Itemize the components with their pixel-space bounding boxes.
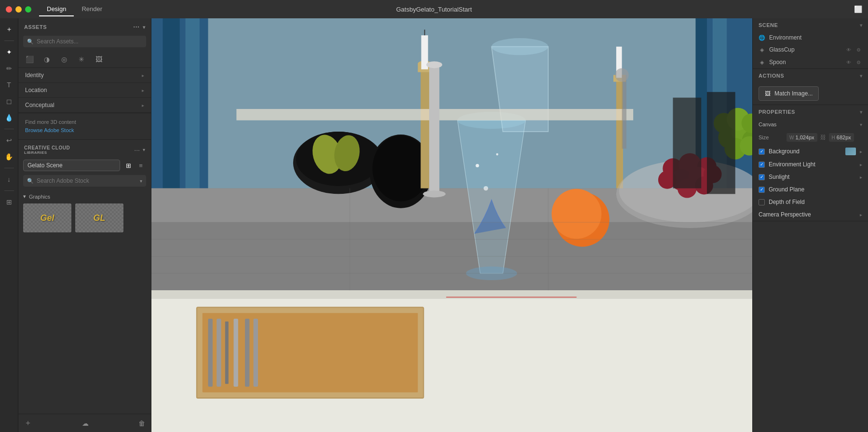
- scene-item-glasscup[interactable]: ◈ GlassCup 👁 ⚙: [753, 43, 868, 56]
- grid-view-button[interactable]: ⊞: [123, 160, 134, 171]
- assets-collapse-icon[interactable]: ▾: [143, 25, 146, 30]
- traffic-lights: [6, 6, 31, 13]
- tab-bar: Design Render: [39, 2, 110, 16]
- ground-plane-checkbox[interactable]: ✓: [759, 187, 765, 193]
- properties-section-header[interactable]: PROPERTIES ▾: [753, 105, 868, 119]
- list-view-button[interactable]: ≡: [136, 160, 146, 171]
- accordion-identity[interactable]: Identity ▸: [18, 68, 151, 83]
- svg-point-75: [426, 61, 442, 68]
- svg-rect-20: [254, 319, 258, 387]
- scene-item-spoon[interactable]: ◈ Spoon 👁 ⚙: [753, 56, 868, 68]
- delete-library-icon[interactable]: 🗑: [138, 419, 145, 427]
- camera-perspective-arrow[interactable]: ▸: [860, 212, 862, 217]
- creative-cloud-icon: ☁: [82, 419, 89, 427]
- panel-bottom-bar: ＋ ☁ 🗑: [18, 414, 151, 432]
- close-button[interactable]: [6, 6, 12, 13]
- svg-point-37: [475, 164, 479, 167]
- checkbox-environment-light[interactable]: ✓ Environment Light ▸: [753, 158, 868, 171]
- background-thumbnail[interactable]: [845, 148, 856, 155]
- maximize-button[interactable]: [25, 6, 31, 13]
- environment-light-arrow[interactable]: ▸: [860, 162, 862, 167]
- checkbox-depth-of-field[interactable]: Depth of Field: [753, 196, 868, 208]
- glasscup-icon: ◈: [759, 46, 765, 53]
- background-arrow[interactable]: ▸: [860, 149, 862, 154]
- graphic-label-2: GL: [94, 213, 106, 223]
- depth-of-field-checkbox[interactable]: [759, 199, 765, 205]
- accordion-location[interactable]: Location ▸: [18, 83, 151, 98]
- asset-type-material[interactable]: ◑: [41, 54, 52, 65]
- depth-of-field-label: Depth of Field: [769, 199, 862, 205]
- checkbox-sunlight[interactable]: ✓ Sunlight ▸: [753, 171, 868, 183]
- assets-header-icons: ··· ▾: [133, 23, 145, 31]
- tool-undo[interactable]: ↩: [2, 133, 16, 148]
- add-library-icon[interactable]: ＋: [24, 418, 32, 428]
- asset-type-image[interactable]: 🖼: [94, 54, 104, 65]
- width-value: 1,024px: [795, 135, 814, 140]
- svg-rect-72: [622, 75, 626, 149]
- assets-search-input[interactable]: [37, 38, 142, 45]
- actions-section-header[interactable]: ACTIONS ▾: [753, 69, 868, 82]
- scene-section-header[interactable]: SCENE ▾: [753, 18, 868, 32]
- tool-shape[interactable]: ◻: [2, 94, 16, 108]
- svg-point-39: [484, 186, 488, 190]
- graphic-label-1: Gel: [40, 213, 54, 223]
- assets-search-bar[interactable]: 🔍: [23, 36, 146, 47]
- svg-rect-71: [707, 92, 735, 194]
- properties-collapse-arrow: ▾: [860, 109, 863, 115]
- checkbox-ground-plane[interactable]: ✓ Ground Plane: [753, 183, 868, 196]
- width-input-group[interactable]: W 1,024px: [787, 133, 817, 142]
- tool-type[interactable]: T: [2, 78, 16, 92]
- search-icon: 🔍: [27, 39, 34, 45]
- graphics-label: Graphics: [29, 194, 50, 200]
- assets-more-icon[interactable]: ···: [133, 23, 139, 31]
- camera-perspective-row[interactable]: Camera Perspective ▸: [753, 208, 868, 221]
- match-image-button[interactable]: 🖼 Match Image...: [759, 86, 819, 101]
- graphics-header[interactable]: ▾ Graphics: [23, 193, 146, 200]
- minimize-button[interactable]: [15, 6, 22, 13]
- tool-add[interactable]: ＋: [2, 22, 16, 37]
- height-input-group[interactable]: H 682px: [829, 133, 854, 142]
- tool-download[interactable]: ↓: [2, 172, 16, 187]
- tab-render[interactable]: Render: [74, 2, 110, 16]
- cloud-collapse-icon[interactable]: ▾: [143, 147, 145, 152]
- stock-section: Find more 3D content Browse Adobe Stock: [18, 113, 151, 139]
- size-inputs: W 1,024px ⛓ H 682px: [787, 133, 854, 142]
- adobe-stock-search-input[interactable]: [37, 177, 137, 184]
- graphic-thumbnail-1[interactable]: Gel: [23, 203, 71, 232]
- checkbox-background[interactable]: ✓ Background ▸: [753, 145, 868, 158]
- glasscup-visibility[interactable]: 👁: [845, 46, 853, 54]
- canvas-collapse-arrow[interactable]: ▾: [860, 122, 862, 127]
- graphic-thumbnail-2[interactable]: GL: [75, 203, 123, 232]
- tool-eyedropper[interactable]: 💧: [2, 110, 16, 125]
- spoon-settings[interactable]: ⚙: [854, 58, 862, 66]
- asset-type-3d[interactable]: ⬛: [24, 54, 35, 65]
- browse-stock-link[interactable]: Browse Adobe Stock: [25, 127, 74, 133]
- environment-light-checkbox[interactable]: ✓: [759, 162, 765, 168]
- tool-layers[interactable]: ⊞: [2, 195, 16, 209]
- adobe-stock-search-bar[interactable]: 🔍 ▾: [23, 175, 146, 187]
- glasscup-settings[interactable]: ⚙: [854, 46, 862, 54]
- stock-search-arrow[interactable]: ▾: [140, 178, 142, 184]
- cloud-more-icon[interactable]: ···: [134, 146, 140, 154]
- svg-point-42: [552, 189, 601, 239]
- spoon-visibility[interactable]: 👁: [845, 58, 853, 66]
- asset-type-bar: ⬛ ◑ ◎ ✳ 🖼: [18, 51, 151, 68]
- scene-item-environment[interactable]: 🌐 Environment: [753, 32, 868, 43]
- window-icon[interactable]: ⬜: [854, 5, 862, 14]
- sunlight-arrow[interactable]: ▸: [860, 175, 862, 180]
- tool-pen[interactable]: ✏: [2, 61, 16, 76]
- tab-design[interactable]: Design: [39, 2, 74, 16]
- left-panel: ASSETS ··· ▾ 🔍 ⬛ ◑ ◎ ✳ 🖼 Identity ▸ Loca…: [18, 18, 151, 432]
- document-title: GatsbyGelato_TutorialStart: [396, 6, 472, 13]
- library-select[interactable]: Gelato Scene: [23, 160, 120, 171]
- link-icon[interactable]: ⛓: [820, 134, 826, 141]
- scene-section: SCENE ▾ 🌐 Environment ◈ GlassCup 👁 ⚙ ◈ S…: [753, 18, 868, 69]
- tool-hand[interactable]: ✋: [2, 149, 16, 164]
- actions-header-label: ACTIONS: [759, 73, 784, 79]
- asset-type-environment[interactable]: ✳: [76, 54, 87, 65]
- tool-select[interactable]: ✦: [2, 45, 16, 59]
- accordion-conceptual[interactable]: Conceptual ▸: [18, 98, 151, 113]
- sunlight-checkbox[interactable]: ✓: [759, 174, 765, 180]
- background-checkbox[interactable]: ✓: [759, 148, 765, 155]
- asset-type-light[interactable]: ◎: [59, 54, 69, 65]
